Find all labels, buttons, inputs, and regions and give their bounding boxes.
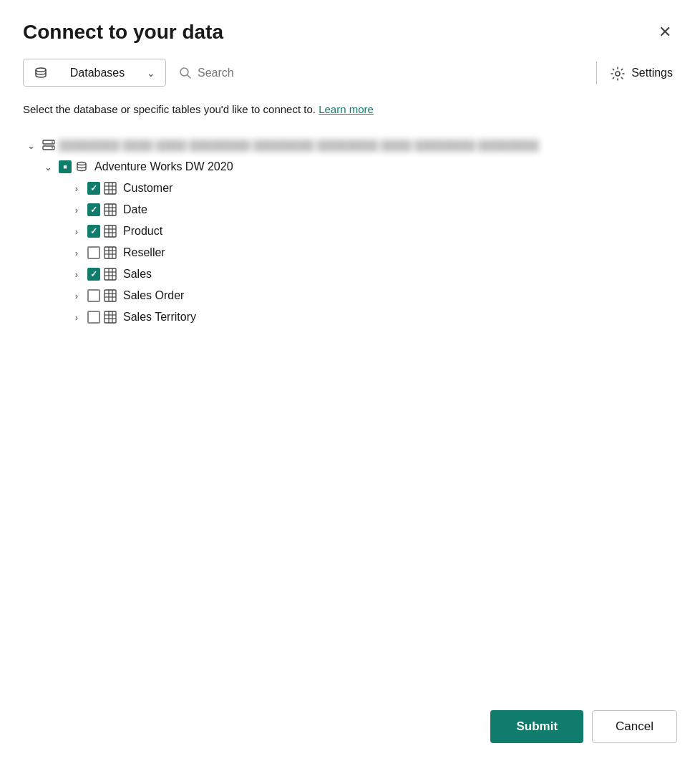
settings-button[interactable]: Settings [606,59,677,87]
connect-dialog: Connect to your data ✕ Databases ⌄ [0,0,700,766]
dialog-footer: Submit Cancel [23,699,677,743]
description: Select the database or specific tables y… [23,102,677,118]
table-grid-icon [103,246,117,260]
table-row: › Date [23,199,677,220]
svg-rect-19 [104,226,116,237]
db-checkbox[interactable] [59,160,72,173]
table-checkbox[interactable] [87,289,100,302]
table-label: Sales [123,268,152,281]
submit-button[interactable]: Submit [490,710,583,743]
table-rows: › Customer› Date› Product› Reseller› [23,178,677,328]
dialog-header: Connect to your data ✕ [23,20,677,44]
toolbar: Databases ⌄ Settings [23,59,677,87]
search-icon [179,66,192,79]
table-label: Reseller [123,246,165,259]
databases-dropdown[interactable]: Databases ⌄ [23,59,166,87]
table-expand-btn[interactable]: › [69,245,84,261]
table-label: Product [123,225,162,238]
table-expand-btn[interactable]: › [69,309,84,325]
table-row: › Customer [23,178,677,199]
table-expand-btn[interactable]: › [69,266,84,282]
table-row: › Reseller [23,242,677,263]
learn-more-link[interactable]: Learn more [319,103,374,115]
table-row: › Sales Territory [23,306,677,328]
table-row: › Product [23,220,677,242]
close-icon: ✕ [658,23,671,42]
server-label: ████████ ████ ████ ████████ ████████ ███… [59,140,677,152]
table-label: Customer [123,182,172,195]
table-checkbox[interactable] [87,246,100,259]
table-label: Sales Order [123,289,184,302]
svg-point-3 [616,72,620,76]
table-grid-icon [103,310,117,324]
svg-point-8 [77,163,86,165]
chevron-down-icon: ⌄ [147,67,155,79]
table-checkbox[interactable] [87,311,100,324]
svg-rect-24 [104,247,116,258]
server-icon [42,138,56,152]
table-expand-btn[interactable]: › [69,288,84,304]
svg-rect-29 [104,268,116,280]
table-grid-icon [103,203,117,217]
svg-point-7 [52,147,53,149]
database-icon [34,65,48,80]
db-collapse-btn[interactable]: ⌄ [40,159,56,175]
svg-rect-9 [104,183,116,194]
toolbar-divider [596,62,598,84]
table-grid-icon [103,181,117,195]
table-checkbox[interactable] [87,182,100,195]
table-grid-icon [103,289,117,303]
table-label: Sales Territory [123,311,196,324]
svg-point-0 [36,68,46,72]
table-row: › Sales Order [23,285,677,306]
svg-rect-34 [104,290,116,301]
table-expand-btn[interactable]: › [69,223,84,239]
close-button[interactable]: ✕ [653,20,677,44]
database-node-icon [74,160,89,174]
table-expand-btn[interactable]: › [69,202,84,218]
dropdown-label: Databases [54,67,141,79]
tree-database-item: ⌄ Adventure Works DW 2020 [23,156,677,178]
table-row: › Sales [23,263,677,285]
table-expand-btn[interactable]: › [69,180,84,196]
table-checkbox[interactable] [87,268,100,281]
root-collapse-btn[interactable]: ⌄ [23,137,39,153]
svg-rect-39 [104,311,116,323]
cancel-button[interactable]: Cancel [592,710,677,743]
table-grid-icon [103,267,117,281]
search-input[interactable] [198,67,575,79]
data-tree: ⌄ ████████ ████ ████ ████████ ████████ █… [23,135,677,670]
svg-rect-14 [104,204,116,215]
settings-label: Settings [631,67,673,79]
dialog-title: Connect to your data [23,20,223,44]
table-checkbox[interactable] [87,225,100,238]
tree-root-item: ⌄ ████████ ████ ████ ████████ ████████ █… [23,135,677,156]
svg-line-2 [188,75,191,79]
gear-icon [610,64,626,82]
table-label: Date [123,203,147,216]
svg-point-6 [52,142,53,143]
table-grid-icon [103,224,117,238]
database-label: Adventure Works DW 2020 [94,160,233,173]
search-box[interactable] [166,60,588,85]
table-checkbox[interactable] [87,203,100,216]
